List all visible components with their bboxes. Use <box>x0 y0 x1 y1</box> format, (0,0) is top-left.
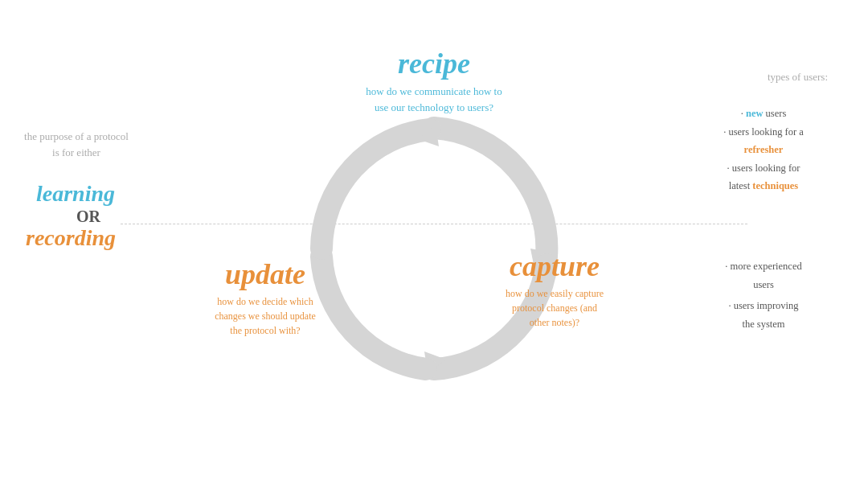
update-section: update how do we decide whichchanges we … <box>193 257 338 338</box>
or-label: OR <box>76 208 100 226</box>
capture-subtitle: how do we easily captureprotocol changes… <box>474 286 635 330</box>
update-subtitle: how do we decide whichchanges we should … <box>193 294 338 338</box>
capture-section: capture how do we easily captureprotocol… <box>474 249 635 330</box>
capture-title: capture <box>474 249 635 283</box>
page: recipe how do we communicate how touse o… <box>0 0 868 489</box>
more-user-item-1: · more experiencedusers <box>699 257 828 294</box>
more-users-list: · more experiencedusers · users improvin… <box>699 257 828 333</box>
types-header: types of users: <box>768 71 828 84</box>
user-item-techniques: · users looking forlatest techniques <box>699 159 828 195</box>
user-item-refresher: · users looking for arefresher <box>699 123 828 159</box>
recording-label: recording <box>26 225 116 251</box>
recipe-subtitle: how do we communicate how touse our tech… <box>366 84 502 115</box>
recipe-section: recipe how do we communicate how touse o… <box>366 47 502 115</box>
update-title: update <box>193 257 338 291</box>
cycle-diagram <box>281 96 587 393</box>
learning-label: learning <box>36 181 115 207</box>
user-item-new: · new users <box>699 105 828 123</box>
more-user-item-2: · users improvingthe system <box>699 297 828 333</box>
purpose-text: the purpose of a protocol is for either <box>24 129 129 160</box>
recipe-title: recipe <box>366 47 502 80</box>
users-list: · new users · users looking for arefresh… <box>699 105 828 195</box>
